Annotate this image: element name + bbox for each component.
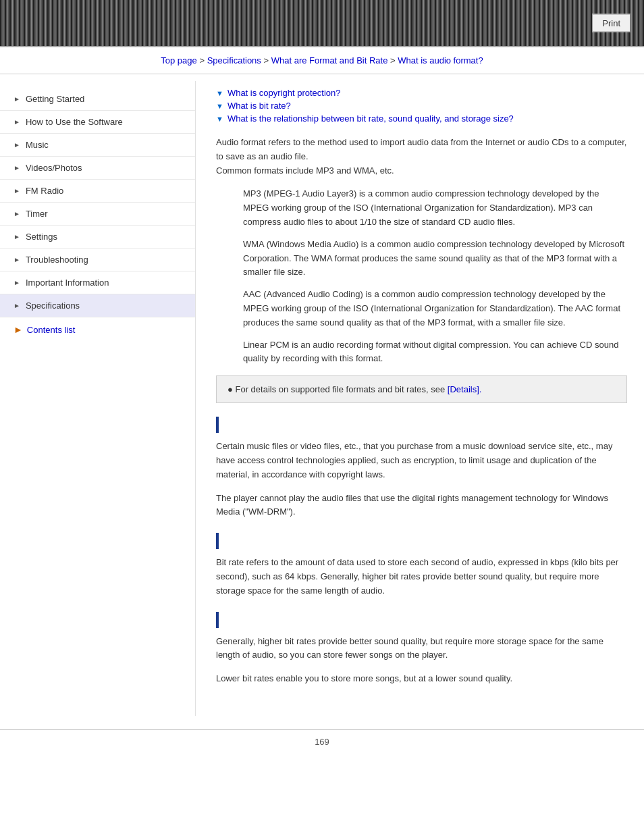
page-header: Print xyxy=(0,0,644,47)
chevron-right-icon: ► xyxy=(14,95,20,103)
sidebar-item-music[interactable]: ► Music xyxy=(0,134,195,157)
sidebar-item-label: Music xyxy=(26,140,49,150)
topic-link-bitrate[interactable]: ▼ What is bit rate? xyxy=(216,101,627,111)
sidebar-item-label: How to Use the Software xyxy=(26,117,123,127)
sidebar-item-label: Settings xyxy=(26,232,57,242)
chevron-right-icon: ► xyxy=(14,256,20,263)
intro-text2: Common formats include MP3 and WMA, etc. xyxy=(216,165,394,176)
print-button[interactable]: Print xyxy=(592,14,630,32)
contents-list-link[interactable]: ► Contents list xyxy=(0,317,195,342)
aac-paragraph: AAC (Advanced Audio Coding) is a common … xyxy=(243,288,627,330)
sidebar-item-label: Getting Started xyxy=(26,94,84,104)
main-layout: ► Getting Started ► How to Use the Softw… xyxy=(0,81,644,716)
triangle-down-icon: ▼ xyxy=(216,102,223,110)
mp3-paragraph: MP3 (MPEG-1 Audio Layer3) is a common au… xyxy=(243,187,627,229)
wma-paragraph: WMA (Windows Media Audio) is a common au… xyxy=(243,238,627,280)
topic-link-text: What is the relationship between bit rat… xyxy=(227,113,514,124)
info-box: ● For details on supported file formats … xyxy=(216,375,627,403)
intro-text: Audio format refers to the method used t… xyxy=(216,137,626,161)
topic-link-text: What is bit rate? xyxy=(227,101,291,111)
triangle-down-icon: ▼ xyxy=(216,115,223,123)
chevron-right-icon: ► xyxy=(14,141,20,149)
breadcrumb-top[interactable]: Top page xyxy=(161,55,197,66)
chevron-right-icon: ► xyxy=(14,302,20,309)
topic-links: ▼ What is copyright protection? ▼ What i… xyxy=(216,88,627,124)
sidebar-item-settings[interactable]: ► Settings xyxy=(0,226,195,249)
relationship-text1: Generally, higher bit rates provide bett… xyxy=(216,635,627,663)
sidebar-item-troubleshooting[interactable]: ► Troubleshooting xyxy=(0,249,195,271)
copyright-text2: The player cannot play the audio files t… xyxy=(216,492,627,520)
topic-link-relationship[interactable]: ▼ What is the relationship between bit r… xyxy=(216,113,627,124)
topic-link-copyright[interactable]: ▼ What is copyright protection? xyxy=(216,88,627,98)
chevron-right-icon: ► xyxy=(14,118,20,126)
bitrate-section-bar xyxy=(216,533,627,549)
breadcrumb-specifications[interactable]: Specifications xyxy=(207,55,261,66)
breadcrumb: Top page > Specifications > What are For… xyxy=(0,47,644,74)
info-box-text: For details on supported file formats an… xyxy=(235,384,447,394)
sidebar-item-label: Timer xyxy=(26,209,48,219)
bullet-icon: ● xyxy=(227,384,233,394)
relationship-text2: Lower bit rates enable you to store more… xyxy=(216,672,627,686)
chevron-right-icon: ► xyxy=(14,279,20,286)
breadcrumb-format-bitrate[interactable]: What are Format and Bit Rate xyxy=(271,55,388,66)
copyright-text1: Certain music files or video files, etc.… xyxy=(216,440,627,481)
sidebar-item-videos-photos[interactable]: ► Videos/Photos xyxy=(0,157,195,180)
sidebar-item-timer[interactable]: ► Timer xyxy=(0,203,195,226)
page-footer: 169 xyxy=(0,729,644,754)
main-content: ▼ What is copyright protection? ▼ What i… xyxy=(196,81,644,716)
bitrate-text: Bit rate refers to the amount of data us… xyxy=(216,556,627,598)
sidebar-item-label: Specifications xyxy=(26,301,80,311)
topic-link-text: What is copyright protection? xyxy=(227,88,341,98)
pcm-paragraph: Linear PCM is an audio recording format … xyxy=(243,338,627,367)
triangle-down-icon: ▼ xyxy=(216,89,223,97)
chevron-right-icon: ► xyxy=(14,187,20,194)
contents-list-label: Contents list xyxy=(27,325,76,335)
breadcrumb-current[interactable]: What is audio format? xyxy=(398,55,483,66)
sidebar-item-label: Videos/Photos xyxy=(26,163,82,173)
sidebar-item-label: FM Radio xyxy=(26,186,63,196)
relationship-section-bar xyxy=(216,612,627,628)
sidebar-item-label: Troubleshooting xyxy=(26,255,88,265)
details-link[interactable]: [Details]. xyxy=(448,384,482,394)
copyright-section-bar xyxy=(216,417,627,433)
sidebar-item-fm-radio[interactable]: ► FM Radio xyxy=(0,180,195,203)
chevron-right-icon: ► xyxy=(14,164,20,172)
page-number: 169 xyxy=(315,737,329,747)
sidebar-item-label: Important Information xyxy=(26,278,109,288)
sidebar: ► Getting Started ► How to Use the Softw… xyxy=(0,81,196,716)
sidebar-item-important-information[interactable]: ► Important Information xyxy=(0,271,195,294)
sidebar-item-specifications[interactable]: ► Specifications xyxy=(0,294,195,317)
sidebar-item-getting-started[interactable]: ► Getting Started xyxy=(0,88,195,111)
chevron-right-icon: ► xyxy=(14,210,20,217)
sidebar-item-how-to-use[interactable]: ► How to Use the Software xyxy=(0,111,195,134)
chevron-right-icon: ► xyxy=(14,233,20,240)
arrow-right-icon: ► xyxy=(14,324,23,335)
intro-paragraph: Audio format refers to the method used t… xyxy=(216,136,627,178)
